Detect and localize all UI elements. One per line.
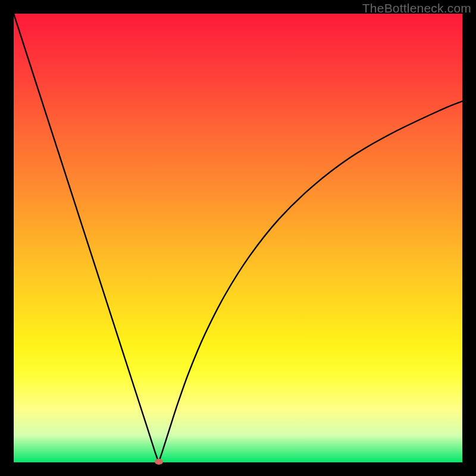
bottleneck-curve	[14, 14, 462, 462]
minimum-marker	[155, 459, 163, 465]
watermark-text: TheBottleneck.com	[362, 1, 471, 15]
chart-frame: TheBottleneck.com	[0, 0, 476, 476]
plot-area	[14, 14, 462, 462]
